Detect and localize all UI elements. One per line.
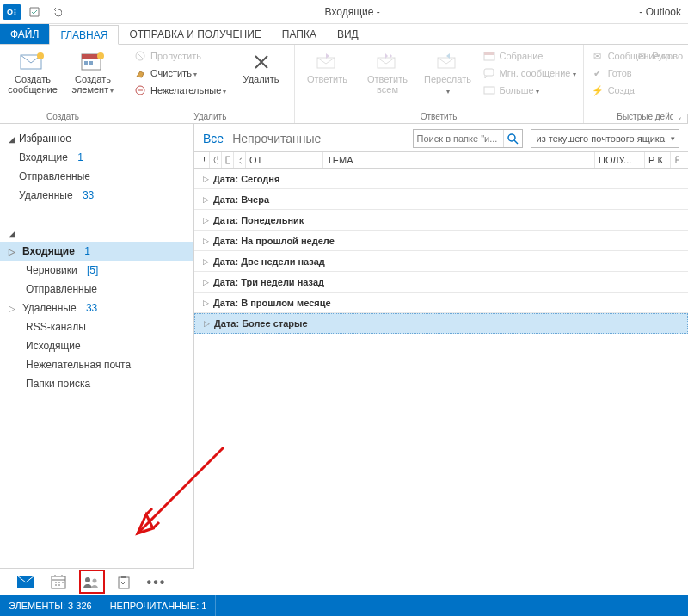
date-group[interactable]: ▷Дата: Понедельник	[194, 210, 688, 231]
col-received[interactable]: ПОЛУ...	[595, 152, 645, 168]
meeting-icon	[482, 49, 496, 63]
nav-calendar-icon[interactable]	[48, 572, 69, 593]
folder-sent[interactable]: Отправленные	[0, 280, 194, 299]
folder-outbox[interactable]: Исходящие	[0, 336, 194, 355]
nav-more-icon[interactable]: •••	[146, 572, 167, 593]
svg-rect-14	[484, 69, 494, 76]
qat-undo-icon[interactable]	[48, 4, 65, 20]
tab-send-receive[interactable]: ОТПРАВКА И ПОЛУЧЕНИЕ	[119, 24, 271, 44]
more-respond-button[interactable]: Больше	[481, 83, 578, 98]
search-scope-dropdown[interactable]: из текущего почтового ящика	[531, 129, 679, 148]
search-icon[interactable]	[503, 130, 522, 147]
date-group[interactable]: ▷Дата: Более старые	[194, 313, 688, 334]
window-title: Входящие -	[65, 6, 639, 18]
reply-label: Ответить	[307, 74, 347, 84]
reply-button[interactable]: Ответить	[300, 48, 355, 98]
qat-sendreceive-icon[interactable]	[26, 4, 43, 20]
im-button[interactable]: Мгн. сообщение	[481, 65, 578, 81]
svg-rect-18	[226, 157, 230, 163]
drafts-count: [5]	[87, 264, 98, 276]
account-header[interactable]: ◢	[0, 225, 194, 242]
date-group[interactable]: ▷Дата: Сегодня	[194, 169, 688, 189]
group-label-respond: Ответить	[300, 110, 578, 121]
delete-button[interactable]: Удалить	[234, 48, 289, 98]
fav-deleted-count: 33	[83, 189, 94, 201]
annotation-highlight-box	[79, 570, 105, 594]
meeting-button[interactable]: Собрание	[481, 48, 578, 64]
nav-tasks-icon[interactable]	[114, 572, 134, 593]
svg-point-16	[508, 134, 515, 141]
tab-folder[interactable]: ПАПКА	[272, 24, 327, 44]
reply-all-icon	[374, 50, 402, 74]
group-label: Дата: Три недели назад	[213, 277, 324, 287]
status-bar: ЭЛЕМЕНТЫ: 3 326 НЕПРОЧИТАННЫЕ: 1	[0, 595, 688, 616]
inbox-count: 1	[84, 245, 90, 257]
quickstep-manager-button[interactable]: ✉Руково	[633, 48, 685, 64]
new-email-icon	[19, 50, 46, 74]
folder-deleted[interactable]: ▷Удаленные 33	[0, 299, 194, 317]
chevron-down-icon: ◢	[9, 134, 17, 144]
check-icon: ✔	[591, 66, 605, 80]
forward-button[interactable]: Переслать	[421, 48, 476, 98]
search-scope-label: из текущего почтового ящика	[537, 133, 665, 144]
date-group[interactable]: ▷Дата: На прошлой неделе	[194, 231, 688, 251]
new-item-button[interactable]: Создать элемент	[65, 48, 120, 97]
quickstep-done-button[interactable]: ✔Готов	[589, 65, 688, 81]
col-from[interactable]: ОТ	[246, 152, 323, 168]
new-email-button[interactable]: Создать сообщение	[5, 48, 60, 97]
folder-search[interactable]: Папки поиска	[0, 374, 194, 393]
cleanup-label: Очистить	[150, 68, 197, 78]
reply-all-button[interactable]: Ответить всем	[360, 48, 415, 98]
date-group[interactable]: ▷Дата: В прошлом месяце	[194, 293, 688, 313]
tab-view[interactable]: ВИД	[327, 24, 369, 44]
folder-inbox[interactable]: ▷Входящие 1	[0, 242, 194, 261]
folder-junk[interactable]: Нежелательная почта	[0, 355, 194, 374]
fav-deleted[interactable]: Удаленные 33	[0, 186, 194, 205]
col-subject[interactable]: ТЕМА	[323, 152, 595, 168]
folder-rss[interactable]: RSS-каналы	[0, 317, 194, 336]
junk-label: Нежелательные	[150, 85, 227, 95]
search-input[interactable]	[414, 133, 503, 144]
favorites-header[interactable]: ◢Избранное	[0, 129, 194, 148]
date-group[interactable]: ▷Дата: Вчера	[194, 189, 688, 210]
group-label: Дата: На прошлой неделе	[213, 236, 335, 246]
filter-all[interactable]: Все	[203, 132, 224, 145]
meeting-label: Собрание	[500, 51, 544, 61]
filter-unread[interactable]: Непрочитанные	[232, 132, 321, 145]
app-name: - Outlook	[639, 6, 685, 18]
more-icon	[482, 83, 496, 97]
ignore-button[interactable]: Пропустить	[132, 48, 229, 64]
favorites-label: Избранное	[19, 132, 71, 145]
col-icon[interactable]	[222, 152, 234, 168]
nav-mail-icon[interactable]	[15, 572, 36, 593]
svg-rect-15	[484, 87, 494, 94]
cleanup-button[interactable]: Очистить	[132, 65, 229, 81]
date-group[interactable]: ▷Дата: Три недели назад	[194, 272, 688, 293]
svg-rect-5	[89, 61, 93, 65]
reply-icon	[314, 50, 341, 74]
junk-button[interactable]: Нежелательные	[132, 83, 229, 98]
fav-inbox[interactable]: Входящие 1	[0, 148, 194, 167]
col-categories[interactable]: Р К	[645, 152, 671, 168]
folder-pane: ◢Избранное Входящие 1 Отправленные Удале…	[0, 124, 194, 592]
message-list-pane: Все Непрочитанные из текущего почтового …	[194, 124, 688, 592]
mail-icon: ✉	[591, 49, 605, 63]
folder-drafts[interactable]: Черновики [5]	[0, 261, 194, 280]
tab-home[interactable]: ГЛАВНАЯ	[49, 25, 119, 45]
col-reminder[interactable]	[210, 152, 222, 168]
chevron-right-icon: ▷	[203, 195, 213, 204]
col-importance[interactable]: !	[200, 152, 210, 168]
col-attachment[interactable]	[234, 152, 246, 168]
quickstep-create-button[interactable]: ⚡Созда	[589, 83, 688, 98]
search-box[interactable]	[413, 129, 523, 148]
tab-file[interactable]: ФАЙЛ	[0, 24, 49, 44]
lightning-icon: ⚡	[591, 83, 605, 97]
date-group[interactable]: ▷Дата: Две недели назад	[194, 251, 688, 272]
reply-all-label: Ответить всем	[362, 74, 414, 95]
cleanup-icon	[133, 66, 147, 80]
outbox-label: Исходящие	[26, 340, 81, 352]
col-flag[interactable]	[671, 152, 683, 168]
svg-rect-4	[84, 61, 88, 65]
ribbon-collapse-handle[interactable]: ‹	[673, 114, 688, 124]
fav-sent[interactable]: Отправленные	[0, 167, 194, 186]
